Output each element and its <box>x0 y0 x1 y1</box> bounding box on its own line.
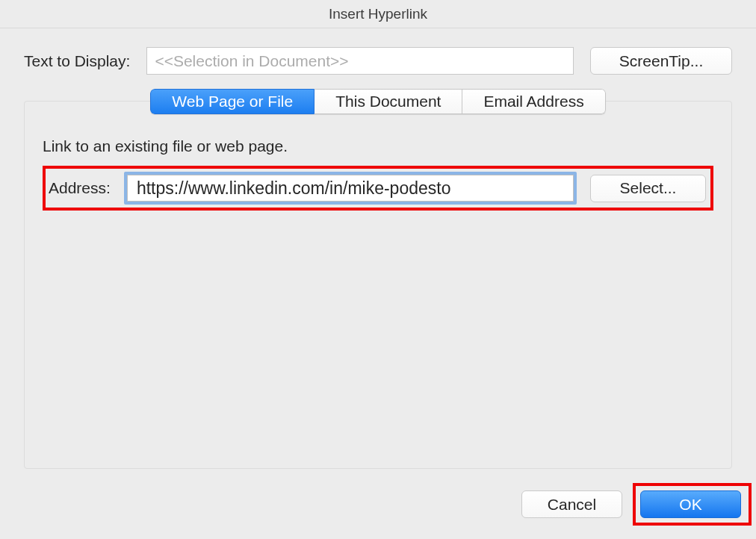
ok-button[interactable]: OK <box>640 490 741 518</box>
select-button[interactable]: Select... <box>590 175 706 202</box>
address-label: Address: <box>49 179 111 197</box>
dialog-footer: Cancel OK <box>0 470 756 539</box>
tab-web-page-or-file[interactable]: Web Page or File <box>150 89 315 114</box>
tab-segment: Web Page or File This Document Email Add… <box>150 89 605 114</box>
insert-hyperlink-dialog: Insert Hyperlink Text to Display: Screen… <box>0 0 756 539</box>
cancel-button[interactable]: Cancel <box>521 490 622 518</box>
dialog-title: Insert Hyperlink <box>329 6 427 22</box>
instruction-text: Link to an existing file or web page. <box>43 137 713 155</box>
panel-body: Link to an existing file or web page. Ad… <box>25 127 731 221</box>
address-input-focus-ring <box>124 172 577 205</box>
tab-group: Web Page or File This Document Email Add… <box>25 89 731 114</box>
text-to-display-input[interactable] <box>146 47 574 75</box>
screentip-button[interactable]: ScreenTip... <box>590 47 732 75</box>
text-to-display-label: Text to Display: <box>24 52 130 70</box>
address-row-highlight: Address: Select... <box>43 166 713 211</box>
tab-this-document[interactable]: This Document <box>315 89 462 114</box>
tab-email-address[interactable]: Email Address <box>462 89 605 114</box>
address-input[interactable] <box>127 175 574 202</box>
dialog-content: Text to Display: ScreenTip... Web Page o… <box>0 28 756 470</box>
dialog-title-bar: Insert Hyperlink <box>0 0 756 28</box>
text-to-display-row: Text to Display: ScreenTip... <box>24 47 732 75</box>
ok-button-highlight: OK <box>633 483 752 526</box>
link-type-panel: Web Page or File This Document Email Add… <box>24 101 732 469</box>
